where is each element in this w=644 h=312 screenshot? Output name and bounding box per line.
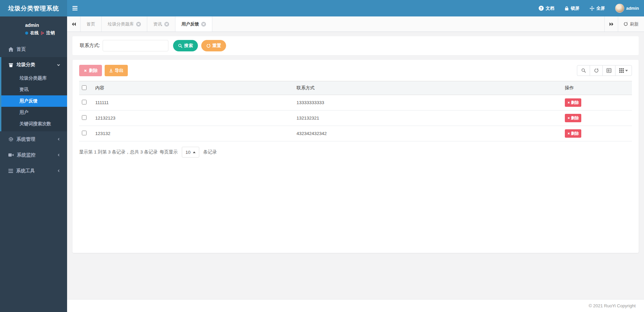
docs-link[interactable]: ? 文档	[534, 0, 559, 16]
cell-contact: 432342432342	[294, 126, 562, 141]
sidebar-item-keyword-search-count[interactable]: 关键词搜索次数	[1, 118, 67, 130]
contact-search-input[interactable]	[103, 40, 168, 51]
row-checkbox[interactable]	[82, 115, 87, 120]
question-circle-icon: ?	[539, 6, 544, 11]
select-all-checkbox[interactable]	[82, 85, 87, 90]
bulk-delete-button[interactable]: 删除	[79, 65, 102, 76]
table-detail-view-button[interactable]	[602, 65, 615, 76]
user-name: admin	[25, 23, 55, 28]
sidebar-item-system-monitor[interactable]: 系统监控	[0, 147, 67, 163]
page-size-select[interactable]: 10	[182, 147, 199, 158]
tabs-scroll-left-button[interactable]	[67, 16, 80, 32]
sidebar-item-garbage[interactable]: 垃圾分类	[1, 57, 67, 73]
cross-icon	[567, 117, 570, 120]
online-status-dot	[25, 32, 28, 35]
sidebar-item-user-feedback[interactable]: 用户反馈	[1, 95, 67, 107]
tabs-scroll-right-button[interactable]	[604, 16, 618, 32]
refresh-icon	[624, 22, 628, 26]
table-header-row: 内容 联系方式 操作	[79, 81, 632, 95]
sidebar-section-garbage: 垃圾分类 垃圾分类题库 资讯 用户反馈 用户 关键词搜索次数	[0, 57, 67, 131]
sidebar-user-panel: admin 在线 注销	[0, 16, 67, 41]
logout-link[interactable]: 注销	[41, 30, 55, 36]
table-columns-button[interactable]	[615, 65, 632, 76]
cross-icon	[567, 132, 570, 135]
sidebar-item-system-tools[interactable]: 系统工具	[0, 163, 67, 179]
sidebar-item-news[interactable]: 资讯	[1, 84, 67, 95]
bars-icon	[8, 169, 13, 173]
cell-content: 123132	[93, 126, 294, 141]
sidebar-item-question-bank[interactable]: 垃圾分类题库	[1, 73, 67, 84]
avatar	[5, 21, 21, 37]
pagination: 显示第 1 到第 3 条记录，总共 3 条记录 每页显示 10 条记录	[79, 147, 632, 158]
video-camera-icon	[8, 153, 14, 157]
table-row: 123132 432342432342 删除	[79, 126, 632, 141]
table-toolbar: 删除 导出	[79, 65, 632, 76]
hamburger-icon	[72, 6, 77, 10]
close-icon[interactable]	[164, 22, 169, 27]
tab-user-feedback[interactable]: 用户反馈	[175, 16, 212, 32]
cell-contact: 132132321	[294, 110, 562, 126]
lock-screen-link[interactable]: 锁屏	[559, 0, 585, 16]
list-alt-icon	[606, 68, 611, 73]
caret-up-icon	[193, 151, 196, 153]
page-size-suffix: 条记录	[203, 149, 217, 155]
delete-row-button[interactable]: 删除	[565, 129, 581, 138]
home-icon	[8, 47, 13, 52]
top-navbar: ? 文档 锁屏 全屏 admin	[67, 0, 644, 16]
app-title: 垃圾分类管理系统	[0, 0, 67, 16]
table-search-toggle-button[interactable]	[577, 65, 590, 76]
tab-question-bank[interactable]: 垃圾分类题库	[102, 16, 147, 32]
feedback-table: 内容 联系方式 操作 111111 13333333333	[79, 81, 632, 141]
row-checkbox[interactable]	[82, 100, 87, 104]
double-chevron-left-icon	[71, 22, 76, 26]
double-chevron-right-icon	[609, 22, 614, 26]
chevron-left-icon	[57, 153, 60, 157]
column-header-contact: 联系方式	[294, 81, 562, 95]
tab-home[interactable]: 首页	[80, 16, 102, 32]
refresh-tab-button[interactable]: 刷新	[618, 16, 644, 32]
reset-button[interactable]: 重置	[201, 40, 226, 51]
main-content: 联系方式: 搜索 重置	[67, 32, 644, 299]
close-icon[interactable]	[201, 22, 206, 27]
fullscreen-link[interactable]: 全屏	[585, 0, 610, 16]
search-panel: 联系方式: 搜索 重置	[72, 36, 639, 55]
sidebar: admin 在线 注销 首页	[0, 16, 67, 312]
caret-down-icon	[625, 70, 628, 72]
chevron-down-icon	[57, 63, 60, 67]
navbar-right: ? 文档 锁屏 全屏 admin	[534, 0, 644, 16]
cell-content: 12132123	[93, 110, 294, 126]
grid-icon	[619, 68, 624, 73]
fullscreen-arrows-icon	[590, 6, 594, 11]
sidebar-item-home[interactable]: 首页	[0, 41, 67, 57]
footer: © 2021 RuoYi Copyright	[67, 299, 644, 312]
export-button[interactable]: 导出	[105, 65, 128, 76]
user-menu[interactable]: admin	[610, 0, 644, 16]
tab-news[interactable]: 资讯	[147, 16, 175, 32]
avatar	[615, 4, 624, 13]
table-panel: 删除 导出	[72, 60, 639, 253]
delete-row-button[interactable]: 删除	[565, 114, 581, 122]
chevron-left-icon	[57, 169, 60, 173]
sidebar-item-users[interactable]: 用户	[1, 107, 67, 118]
page-size-prefix: 每页显示	[160, 149, 178, 155]
search-button[interactable]: 搜索	[173, 40, 198, 51]
top-header: 垃圾分类管理系统 ? 文档 锁屏 全屏	[0, 0, 644, 16]
sign-out-icon	[41, 31, 45, 35]
trash-icon	[8, 62, 13, 68]
column-header-actions: 操作	[562, 81, 632, 95]
table-row: 12132123 132132321 删除	[79, 110, 632, 126]
gear-icon	[8, 137, 13, 142]
search-icon	[178, 44, 182, 48]
sidebar-toggle-button[interactable]	[67, 0, 83, 16]
close-icon[interactable]	[136, 22, 141, 27]
column-header-content: 内容	[93, 81, 294, 95]
table-row: 111111 13333333333 删除	[79, 95, 632, 110]
table-view-controls	[577, 65, 632, 76]
refresh-icon	[206, 44, 211, 48]
table-refresh-button[interactable]	[590, 65, 603, 76]
lock-icon	[565, 6, 569, 11]
row-checkbox[interactable]	[82, 131, 87, 135]
sidebar-item-system-management[interactable]: 系统管理	[0, 131, 67, 147]
tab-bar: 首页 垃圾分类题库 资讯 用户反馈	[67, 16, 644, 32]
delete-row-button[interactable]: 删除	[565, 98, 581, 107]
